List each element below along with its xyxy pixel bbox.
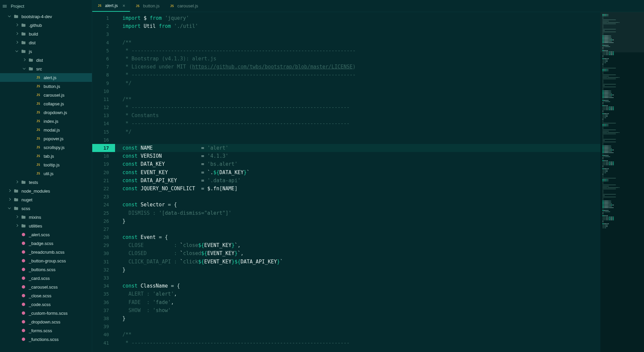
code-line[interactable]: [115, 322, 644, 331]
tab[interactable]: JSalert.js×: [92, 0, 130, 12]
code-line[interactable]: ALERT : 'alert',: [115, 290, 644, 298]
tree-file[interactable]: _carousel.scss: [0, 283, 92, 291]
tree-folder[interactable]: dist: [0, 56, 92, 64]
line-number[interactable]: 30: [92, 249, 109, 257]
tree-file[interactable]: _badge.scss: [0, 239, 92, 248]
tree-folder[interactable]: scss: [0, 204, 92, 213]
tree-folder[interactable]: dist: [0, 38, 92, 47]
code-line[interactable]: DISMISS : '[data-dismiss="alert"]': [115, 209, 644, 217]
code-line[interactable]: FADE : 'fade',: [115, 298, 644, 306]
code-line[interactable]: }: [115, 266, 644, 274]
tree-file[interactable]: _close.scss: [0, 291, 92, 300]
tree-folder[interactable]: src: [0, 64, 92, 73]
code-line[interactable]: * --------------------------------------…: [115, 103, 644, 111]
line-number[interactable]: 36: [92, 298, 109, 306]
line-number[interactable]: 6: [92, 55, 109, 63]
tab[interactable]: JSbutton.js: [130, 0, 164, 12]
code-line[interactable]: /**: [115, 331, 644, 339]
line-number[interactable]: 39: [92, 322, 109, 331]
code-line[interactable]: const Event = {: [115, 233, 644, 241]
code-line[interactable]: const ClassName = {: [115, 282, 644, 290]
line-number[interactable]: 25: [92, 209, 109, 217]
line-number[interactable]: 32: [92, 266, 109, 274]
close-icon[interactable]: ×: [122, 3, 125, 8]
line-number[interactable]: 21: [92, 177, 109, 185]
tree-folder[interactable]: mixins: [0, 213, 92, 221]
line-number[interactable]: 16: [92, 136, 109, 144]
line-number[interactable]: 18: [92, 152, 109, 160]
tree-folder[interactable]: utilities: [0, 221, 92, 230]
code-line[interactable]: [115, 225, 644, 233]
tree-file[interactable]: _card.scss: [0, 274, 92, 283]
line-number[interactable]: 17: [92, 144, 115, 152]
line-number[interactable]: 19: [92, 160, 109, 168]
tree-file[interactable]: _alert.scss: [0, 230, 92, 239]
code-line[interactable]: }: [115, 217, 644, 225]
code-line[interactable]: const NAME = 'alert': [115, 144, 644, 152]
line-number[interactable]: 5: [92, 47, 109, 55]
code-line[interactable]: const Selector = {: [115, 201, 644, 209]
tree-file[interactable]: JSbutton.js: [0, 82, 92, 91]
code-line[interactable]: const DATA_API_KEY = '.data-api': [115, 177, 644, 185]
line-number[interactable]: 10: [92, 87, 109, 95]
sidebar-header[interactable]: Project: [0, 0, 92, 12]
code-line[interactable]: * --------------------------------------…: [115, 119, 644, 128]
tree-file[interactable]: _functions.scss: [0, 335, 92, 344]
tree-file[interactable]: JSalert.js: [0, 73, 92, 82]
line-number[interactable]: 13: [92, 111, 109, 119]
line-number[interactable]: 35: [92, 290, 109, 298]
tree-file[interactable]: JSmodal.js: [0, 125, 92, 134]
line-number[interactable]: 2: [92, 22, 109, 30]
tree-file[interactable]: JSindex.js: [0, 117, 92, 125]
minimap[interactable]: [600, 12, 644, 352]
tree-file[interactable]: JSpopover.js: [0, 134, 92, 143]
code-line[interactable]: SHOW : 'show': [115, 306, 644, 314]
tree-file[interactable]: _breadcrumb.scss: [0, 248, 92, 256]
line-number[interactable]: 11: [92, 95, 109, 103]
line-number[interactable]: 28: [92, 233, 109, 241]
tree-file[interactable]: JSdropdown.js: [0, 108, 92, 117]
tree-file[interactable]: _custom-forms.scss: [0, 309, 92, 317]
code-line[interactable]: const VERSION = '4.1.3': [115, 152, 644, 160]
line-number[interactable]: 14: [92, 119, 109, 128]
hamburger-icon[interactable]: [3, 3, 8, 9]
line-number[interactable]: 1: [92, 14, 109, 22]
tree-file[interactable]: _buttons.scss: [0, 265, 92, 274]
line-number[interactable]: 24: [92, 201, 109, 209]
code-line[interactable]: const DATA_KEY = 'bs.alert': [115, 160, 644, 168]
line-number[interactable]: 20: [92, 168, 109, 177]
line-number[interactable]: 41: [92, 339, 109, 347]
tree-folder[interactable]: tests: [0, 178, 92, 187]
line-number[interactable]: 31: [92, 258, 109, 266]
code-line[interactable]: * --------------------------------------…: [115, 339, 644, 347]
line-number[interactable]: 15: [92, 128, 109, 136]
tree-file[interactable]: JScarousel.js: [0, 91, 92, 99]
line-number[interactable]: 27: [92, 225, 109, 233]
code-line[interactable]: * --------------------------------------…: [115, 71, 644, 79]
tree-file[interactable]: JSutil.js: [0, 169, 92, 178]
tree-file[interactable]: _button-group.scss: [0, 256, 92, 265]
line-number[interactable]: 38: [92, 314, 109, 322]
line-number[interactable]: 22: [92, 185, 109, 193]
tree-file[interactable]: _code.scss: [0, 300, 92, 309]
tree-folder[interactable]: .github: [0, 21, 92, 30]
line-number[interactable]: 4: [92, 39, 109, 47]
code-line[interactable]: [115, 30, 644, 38]
tree-file[interactable]: JScollapse.js: [0, 99, 92, 108]
code-line[interactable]: [115, 87, 644, 95]
code-line[interactable]: CLICK_DATA_API : `click${EVENT_KEY}${DAT…: [115, 258, 644, 266]
tree-folder[interactable]: bootstrap-4-dev: [0, 12, 92, 21]
code-line[interactable]: CLOSED : `closed${EVENT_KEY}`,: [115, 249, 644, 257]
line-number[interactable]: 40: [92, 331, 109, 339]
code-line[interactable]: CLOSE : `close${EVENT_KEY}`,: [115, 241, 644, 249]
code-line[interactable]: }: [115, 314, 644, 322]
code-line[interactable]: [115, 193, 644, 201]
code-line[interactable]: [115, 136, 644, 144]
tree-folder[interactable]: build: [0, 30, 92, 38]
line-number[interactable]: 34: [92, 282, 109, 290]
code-line[interactable]: import Util from './util': [115, 22, 644, 30]
line-number[interactable]: 29: [92, 241, 109, 249]
code-line[interactable]: * Constants: [115, 111, 644, 119]
tree-file[interactable]: _forms.scss: [0, 326, 92, 335]
code-line[interactable]: */: [115, 79, 644, 87]
